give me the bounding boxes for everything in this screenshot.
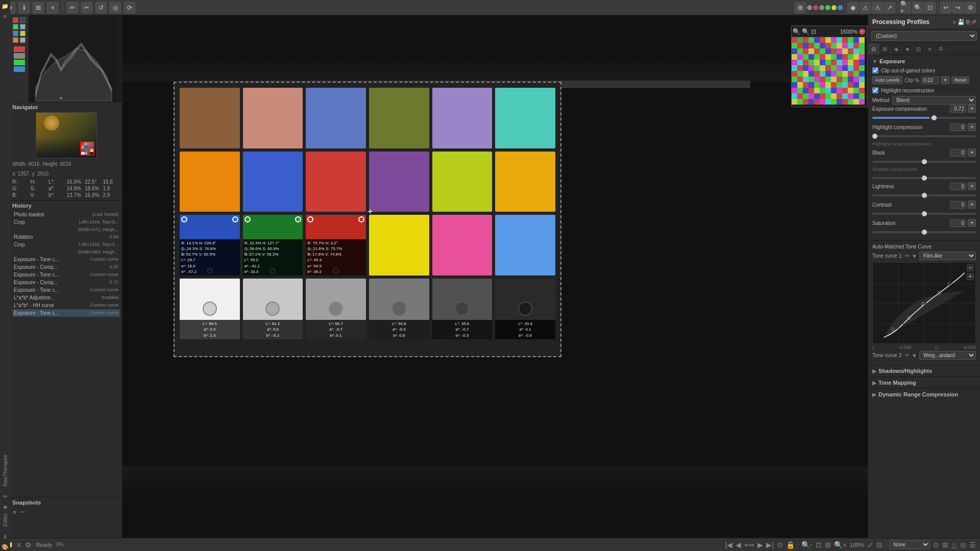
side-icon-meta[interactable]: ℹ — [1, 533, 9, 538]
zoom-plus-btn[interactable]: 🔍+ — [834, 541, 847, 549]
lightness-value[interactable] — [950, 183, 966, 190]
clip-gamut-checkbox[interactable] — [872, 67, 878, 73]
tc-action-eye[interactable]: 👁 — [967, 273, 974, 280]
zoom-minus-btn[interactable]: 🔍- — [801, 541, 813, 549]
nav-lock[interactable]: 🔒 — [786, 541, 795, 549]
history-item-exp-tone-3[interactable]: Exposure - Tone c... Custom curve — [12, 286, 120, 294]
mode-icon-4[interactable]: ◎ — [960, 541, 966, 549]
tc2-pen-icon[interactable]: ✏ — [905, 352, 910, 359]
dynamic-range-section[interactable]: ▶ Dynamic Range Compression — [868, 388, 980, 400]
toolbar-zoom-fit[interactable]: ⊡ — [924, 2, 936, 13]
toolbar-btn-rotate[interactable]: ↺ — [95, 2, 107, 13]
mode-select[interactable]: None — [889, 540, 930, 549]
tab-color[interactable]: ◈ — [891, 43, 902, 55]
toolbar-btn-2[interactable]: ℹ — [18, 2, 30, 13]
exp-comp-value[interactable]: 0.72 — [950, 105, 966, 113]
tab-raw[interactable]: R — [936, 43, 947, 55]
nav-sync[interactable]: ⟺ — [744, 541, 754, 549]
tc1-select[interactable]: Film-like — [919, 252, 976, 260]
history-item-crop-1[interactable]: Crop Left=1344, Top=3... — [12, 218, 120, 226]
clip-value-input[interactable]: 0.02 — [921, 77, 939, 84]
history-item-crop-2[interactable]: Crop Left=1333, Top=3... — [12, 241, 120, 248]
toolbar-redo[interactable]: ↪ — [952, 2, 964, 13]
highlight-recon-checkbox[interactable] — [872, 87, 878, 93]
tab-meta[interactable]: ≡ — [924, 43, 936, 55]
nav-first[interactable]: |◀ — [725, 541, 733, 549]
lightness-plus[interactable]: + — [968, 182, 976, 190]
zoom-dual[interactable]: ⊟ — [876, 541, 883, 549]
tab-local[interactable]: ⊡ — [913, 43, 924, 55]
mode-icon-3[interactable]: △ — [951, 541, 957, 549]
zoom-fill-btn[interactable]: ⊞ — [825, 541, 831, 549]
exp-comp-plus[interactable]: + — [968, 105, 976, 113]
method-select[interactable]: Blend — [892, 96, 976, 105]
tab-advanced[interactable]: ★ — [902, 43, 913, 55]
zoom-icon-plus[interactable]: 🔍 — [802, 28, 810, 35]
history-item-exp-tone-4[interactable]: Exposure - Tone c... Custom curve — [12, 309, 120, 317]
side-icon-develop[interactable]: ◈ — [1, 503, 9, 511]
history-item-rotation[interactable]: Rotation 0.84 — [12, 233, 120, 241]
lightness-slider[interactable] — [872, 194, 976, 196]
toolbar-export[interactable]: ↗ — [884, 2, 895, 13]
profile-select[interactable]: (Custom) — [871, 31, 977, 41]
toolbar-settings[interactable]: ⚙ — [965, 2, 976, 13]
history-item-lab-adj[interactable]: L*a*b* Adjustme... Enabled — [12, 294, 120, 302]
toolbar-warning2[interactable]: ⚠ — [872, 2, 883, 13]
tone-mapping-section[interactable]: ▶ Tone Mapping — [868, 377, 980, 388]
toolbar-zoom-in[interactable]: 🔍+ — [900, 2, 911, 13]
black-slider[interactable] — [872, 161, 976, 163]
proc-icon-list[interactable]: ≡ — [953, 19, 956, 26]
contrast-slider[interactable] — [872, 213, 976, 215]
toolbar-detail-btn[interactable]: ⊞ — [795, 2, 806, 13]
tab-exposure[interactable]: ⊙ — [868, 43, 879, 55]
shadows-highlights-section[interactable]: ▶ Shadows/Highlights — [868, 365, 980, 377]
hl-comp-plus[interactable]: + — [968, 123, 976, 131]
zoom-fit-btn[interactable]: ⊡ — [816, 541, 822, 549]
tc2-select[interactable]: Weig...andard — [919, 351, 976, 360]
status-icon-prefs[interactable]: ⚙ — [25, 541, 32, 549]
nav-last[interactable]: ▶| — [766, 541, 774, 549]
proc-icon-copy[interactable]: ⎘ — [966, 19, 970, 26]
toolbar-btn-pencil[interactable]: ✏ — [67, 2, 78, 13]
proc-icon-paste[interactable]: ⏎ — [971, 19, 976, 26]
toolbar-btn-crop[interactable]: ✂ — [81, 2, 92, 13]
saturation-slider[interactable] — [872, 231, 976, 233]
toolbar-btn-3[interactable]: ⊞ — [33, 2, 44, 13]
mode-icon-1[interactable]: ⊙ — [933, 541, 939, 549]
status-icon-batch[interactable]: ≡ — [17, 541, 21, 549]
nav-prev[interactable]: ◀ — [736, 541, 741, 549]
history-item-exp-comp-2[interactable]: Exposure - Comp... 0.72 — [12, 279, 120, 286]
mode-icon-5[interactable]: ☰ — [969, 541, 976, 549]
zoom-icon-fit[interactable]: ⊡ — [811, 28, 816, 35]
history-item-crop-2b[interactable]: Width=983, Heigh... — [12, 248, 120, 256]
remove-snapshot-button[interactable]: − — [20, 508, 24, 517]
black-plus[interactable]: + — [968, 148, 976, 157]
toolbar-white-balance[interactable]: ◉ — [847, 2, 859, 13]
zoom-icon-minus[interactable]: 🔍 — [793, 28, 800, 35]
history-item-lab-hh[interactable]: L*a*b* - HH curve Custom curve — [12, 302, 120, 309]
toolbar-btn-4[interactable]: ⌖ — [47, 2, 58, 13]
history-item-exp-tone-2[interactable]: Exposure - Tone c... Custom curve — [12, 271, 120, 279]
mode-icon-2[interactable]: ⊞ — [942, 541, 948, 549]
shadow-comp-slider[interactable] — [872, 177, 976, 179]
black-value[interactable] — [950, 149, 966, 157]
proc-icon-save[interactable]: 💾 — [958, 19, 965, 26]
reset-button[interactable]: Reset — [951, 77, 970, 84]
image-area[interactable]: R: 14.1% H: 226.6°G: 24.3% S: 78.8%B: 62… — [122, 15, 868, 538]
toolbar-warning[interactable]: ⚠ — [860, 2, 871, 13]
saturation-value[interactable] — [950, 219, 966, 227]
nav-next[interactable]: ▶ — [757, 541, 763, 549]
tc1-pen-icon[interactable]: ✏ — [905, 253, 910, 259]
tab-detail[interactable]: ⊞ — [879, 43, 891, 55]
contrast-plus[interactable]: + — [968, 201, 976, 209]
hl-comp-value[interactable] — [950, 123, 966, 131]
zoom-fullscreen[interactable]: ⤢ — [867, 541, 873, 549]
history-item-photo-loaded[interactable]: Photo loaded (Last Saved) — [12, 211, 120, 218]
side-icon-editor[interactable]: ✏ — [1, 493, 9, 501]
zoom-preview-close[interactable]: × — [859, 29, 865, 35]
toolbar-undo[interactable]: ↩ — [940, 2, 951, 13]
history-item-exp-tone-1[interactable]: Exposure - Tone c... Custom curve — [12, 256, 120, 263]
side-icon-queue[interactable]: ≡ — [1, 15, 9, 20]
auto-levels-button[interactable]: Auto Levels — [872, 76, 902, 84]
exp-comp-slider[interactable] — [872, 117, 976, 119]
